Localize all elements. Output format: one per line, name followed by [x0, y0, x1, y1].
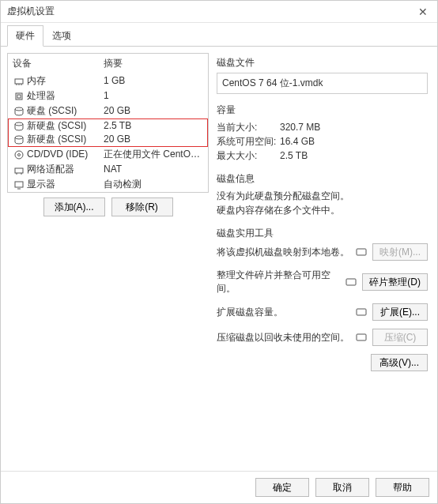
device-name: 新硬盘 (SCSI): [27, 133, 104, 146]
device-buttons: 添加(A)... 移除(R): [7, 193, 209, 221]
disk-icon: [345, 276, 357, 288]
header-summary: 摘要: [104, 57, 203, 70]
device-summary: 正在使用文件 CentOS-7-x86_6...: [104, 148, 203, 161]
left-wrap: 设备 摘要 内存1 GB处理器1硬盘 (SCSI)20 GB新硬盘 (SCSI)…: [7, 53, 209, 465]
device-summary: 自动检测: [104, 178, 203, 191]
compact-button[interactable]: 压缩(C): [372, 329, 428, 346]
svg-point-6: [15, 107, 23, 111]
svg-point-8: [15, 136, 23, 139]
device-row[interactable]: 新硬盘 (SCSI)2.5 TB: [9, 119, 207, 133]
device-name: 内存: [27, 74, 104, 88]
svg-rect-19: [357, 334, 366, 340]
svg-rect-18: [357, 309, 366, 315]
defrag-button[interactable]: 碎片整理(D): [362, 273, 428, 291]
device-row[interactable]: 处理器1: [8, 88, 208, 103]
expand-button[interactable]: 扩展(E)...: [372, 303, 428, 321]
advanced-row: 高级(V)...: [217, 354, 428, 371]
util-expand-row: 扩展磁盘容量。 扩展(E)...: [217, 303, 428, 321]
device-name: 网络适配器: [27, 163, 104, 176]
utilities-title: 磁盘实用工具: [217, 227, 428, 240]
disk-icon: [13, 134, 25, 145]
device-row[interactable]: 硬盘 (SCSI)20 GB: [8, 103, 208, 118]
device-summary: 20 GB: [104, 133, 203, 146]
utilities-section: 磁盘实用工具 将该虚拟机磁盘映射到本地卷。 映射(M)... 整理文件碎片并整合…: [217, 227, 428, 371]
help-button[interactable]: 帮助: [376, 478, 429, 497]
capacity-section: 容量 当前大小: 320.7 MB 系统可用空间: 16.4 GB 最大大小: …: [217, 103, 428, 163]
net-icon: [13, 164, 25, 175]
advanced-button[interactable]: 高级(V)...: [371, 354, 428, 371]
highlight-group: 新硬盘 (SCSI)2.5 TB新硬盘 (SCSI)20 GB: [8, 118, 208, 147]
capacity-title: 容量: [217, 103, 428, 117]
disk-icon: [355, 332, 368, 343]
disk-file-section: 磁盘文件 CentOS 7 64 位-1.vmdk: [217, 56, 428, 94]
svg-rect-4: [16, 93, 22, 100]
close-icon[interactable]: ✕: [415, 6, 431, 18]
kv-sys-free: 系统可用空间: 16.4 GB: [217, 134, 428, 149]
svg-point-10: [18, 153, 21, 156]
device-summary: NAT: [104, 163, 203, 176]
device-name: 硬盘 (SCSI): [27, 104, 104, 118]
disk-info-2: 硬盘内容存储在多个文件中。: [217, 203, 428, 217]
device-row[interactable]: 新硬盘 (SCSI)20 GB: [9, 133, 207, 146]
kv-current-size: 当前大小: 320.7 MB: [217, 120, 428, 134]
tabs: 硬件 选项: [1, 23, 437, 47]
svg-point-9: [15, 151, 23, 159]
util-defrag-row: 整理文件碎片并整合可用空间。 碎片整理(D): [217, 269, 428, 295]
svg-rect-11: [15, 168, 23, 173]
cpu-icon: [13, 91, 25, 102]
disk-file-value[interactable]: CentOS 7 64 位-1.vmdk: [217, 73, 428, 94]
disk-info-title: 磁盘信息: [217, 172, 428, 186]
util-compact-row: 压缩磁盘以回收未使用的空间。 压缩(C): [217, 329, 428, 346]
disk-icon: [13, 121, 25, 132]
kv-max-size: 最大大小: 2.5 TB: [217, 149, 428, 163]
disk-info-1: 没有为此硬盘预分配磁盘空间。: [217, 189, 428, 203]
cancel-button[interactable]: 取消: [315, 478, 369, 497]
device-summary: 20 GB: [104, 104, 203, 118]
tab-options[interactable]: 选项: [43, 25, 80, 47]
map-button[interactable]: 映射(M)...: [372, 243, 428, 261]
window-title: 虚拟机设置: [7, 5, 415, 18]
device-name: 处理器: [27, 89, 104, 103]
ok-button[interactable]: 确定: [255, 478, 309, 497]
util-map-row: 将该虚拟机磁盘映射到本地卷。 映射(M)...: [217, 243, 428, 261]
svg-rect-17: [346, 279, 356, 285]
svg-point-7: [15, 122, 23, 126]
device-header: 设备 摘要: [8, 54, 208, 73]
memory-icon: [13, 76, 25, 87]
device-summary: 1 GB: [104, 74, 203, 88]
add-button[interactable]: 添加(A)...: [43, 197, 105, 216]
svg-rect-16: [357, 249, 366, 255]
tab-hardware[interactable]: 硬件: [7, 25, 43, 47]
svg-rect-14: [15, 182, 23, 187]
device-name: CD/DVD (IDE): [27, 148, 104, 161]
disk-file-title: 磁盘文件: [217, 56, 428, 70]
disk-icon: [13, 106, 25, 117]
display-icon: [13, 179, 25, 190]
device-summary: 1: [104, 89, 203, 103]
device-row[interactable]: 内存1 GB: [8, 73, 208, 88]
right-panel: 磁盘文件 CentOS 7 64 位-1.vmdk 容量 当前大小: 320.7…: [217, 53, 431, 465]
device-row[interactable]: CD/DVD (IDE)正在使用文件 CentOS-7-x86_6...: [8, 147, 208, 162]
disk-info-section: 磁盘信息 没有为此硬盘预分配磁盘空间。 硬盘内容存储在多个文件中。: [217, 172, 428, 217]
footer: 确定 取消 帮助: [1, 471, 437, 503]
content: 设备 摘要 内存1 GB处理器1硬盘 (SCSI)20 GB新硬盘 (SCSI)…: [1, 47, 437, 471]
svg-rect-0: [15, 79, 23, 84]
device-row[interactable]: 显示器自动检测: [8, 177, 208, 192]
device-summary: 2.5 TB: [104, 119, 203, 133]
titlebar: 虚拟机设置 ✕: [1, 1, 437, 23]
device-name: 显示器: [27, 178, 104, 191]
svg-rect-5: [17, 95, 21, 98]
device-name: 新硬盘 (SCSI): [27, 119, 104, 133]
device-list: 内存1 GB处理器1硬盘 (SCSI)20 GB新硬盘 (SCSI)2.5 TB…: [8, 73, 208, 192]
disk-icon: [355, 307, 368, 318]
disk-icon: [355, 246, 368, 258]
remove-button[interactable]: 移除(R): [111, 197, 173, 216]
cd-icon: [13, 149, 25, 160]
device-row[interactable]: 网络适配器NAT: [8, 162, 208, 177]
device-panel: 设备 摘要 内存1 GB处理器1硬盘 (SCSI)20 GB新硬盘 (SCSI)…: [7, 53, 209, 193]
header-device: 设备: [13, 57, 104, 70]
